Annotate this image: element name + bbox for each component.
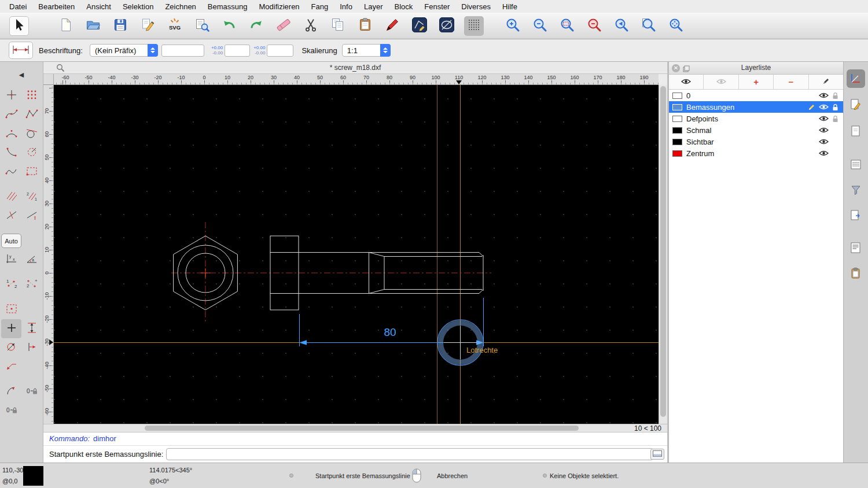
dimension-horizontal-tool[interactable] <box>1 300 21 319</box>
redo-button[interactable] <box>247 16 266 36</box>
dimension-diameter-tool[interactable] <box>1 338 21 357</box>
layer-row[interactable]: Defpoints <box>669 113 843 124</box>
eye-icon[interactable] <box>819 92 829 99</box>
undo-button[interactable] <box>219 16 239 36</box>
command-input[interactable] <box>166 448 653 460</box>
menu-fenster[interactable]: Fenster <box>418 2 455 11</box>
toolbox-collapse-button[interactable]: ◀ <box>12 69 31 80</box>
draw-point-matrix-tool[interactable] <box>21 86 42 105</box>
cut-scissors-button[interactable] <box>301 16 321 36</box>
coordinate-xy-tool[interactable]: yx <box>1 250 21 269</box>
horizontal-scrollbar[interactable]: 10 < 100 <box>43 424 667 432</box>
close-panel-icon[interactable]: ✕ <box>672 64 680 72</box>
eraser-button[interactable] <box>274 16 293 36</box>
eye-icon[interactable] <box>819 138 829 145</box>
detach-panel-icon[interactable] <box>683 64 690 76</box>
scale-dropdown[interactable]: 1:1 <box>342 44 391 57</box>
copy-button[interactable] <box>328 16 348 36</box>
vertical-scrollbar[interactable] <box>659 85 667 424</box>
draw-polyline-tool[interactable] <box>21 105 42 124</box>
panel-layer-list-button[interactable] <box>847 96 865 114</box>
eye-icon[interactable] <box>819 150 829 157</box>
draw-spline-tool[interactable] <box>1 105 21 124</box>
dimension-ordinate-tool[interactable] <box>21 338 42 357</box>
pan-zoom-button[interactable] <box>666 16 686 36</box>
layer-row[interactable]: Schmal <box>669 124 843 136</box>
panel-clipboard-button[interactable] <box>847 265 865 283</box>
draw-circle-tangent-tool[interactable] <box>21 124 42 143</box>
pen-icon[interactable] <box>808 103 815 111</box>
divide-tool[interactable] <box>1 206 21 225</box>
panel-command-line-button[interactable] <box>847 239 865 258</box>
menu-block[interactable]: Block <box>388 2 418 11</box>
draw-ellipse-button[interactable] <box>437 16 457 36</box>
lock-icon[interactable] <box>832 92 838 99</box>
draw-arc-2point-tool[interactable] <box>1 143 21 162</box>
leader-tool[interactable] <box>1 357 21 376</box>
panel-property-editor-button[interactable] <box>847 69 865 88</box>
edit-document-button[interactable] <box>138 16 157 36</box>
eye-icon[interactable] <box>819 103 829 110</box>
print-preview-button[interactable] <box>192 16 212 36</box>
menu-fang[interactable]: Fang <box>306 2 334 11</box>
tolerance-lower-input[interactable] <box>267 45 293 57</box>
grid-toggle-button[interactable] <box>464 16 484 36</box>
label-text-input[interactable] <box>161 45 204 57</box>
open-file-button[interactable] <box>83 16 103 36</box>
eye-icon[interactable] <box>819 115 829 122</box>
zoom-out-button[interactable] <box>530 16 550 36</box>
hatch-tool[interactable] <box>1 187 21 206</box>
menu-info[interactable]: Info <box>334 2 358 11</box>
selection-arrow-button[interactable] <box>9 16 29 36</box>
zoom-in-button[interactable] <box>503 16 523 36</box>
dimension-angular-tool[interactable] <box>1 382 21 401</box>
dimension-vertical-tool[interactable] <box>21 319 42 338</box>
lock-icon[interactable] <box>832 115 838 123</box>
menu-hilfe[interactable]: Hilfe <box>496 2 523 11</box>
draw-freehand-tool[interactable] <box>1 162 21 182</box>
add-layer-button[interactable]: + <box>739 75 774 89</box>
scrollbar-thumb[interactable] <box>145 426 579 431</box>
previous-view-button[interactable] <box>612 16 631 36</box>
show-all-layers-button[interactable] <box>669 75 704 89</box>
draw-arc-tool[interactable] <box>1 124 21 143</box>
panel-selection-filter-button[interactable] <box>847 182 865 200</box>
menu-datei[interactable]: Datei <box>3 2 32 11</box>
menu-diverses[interactable]: Diverses <box>455 2 496 11</box>
edit-layer-button[interactable] <box>809 75 843 89</box>
draw-polyline-button[interactable] <box>410 16 429 36</box>
zoom-selection-button[interactable] <box>584 16 604 36</box>
auto-snap-button[interactable]: Auto <box>1 234 21 248</box>
menu-modifizieren[interactable]: Modifizieren <box>253 2 306 11</box>
menu-bemassung[interactable]: Bemassung <box>202 2 253 11</box>
draw-circle-dashed-tool[interactable] <box>21 143 42 162</box>
layer-row[interactable]: Zentrum <box>669 147 843 159</box>
new-file-button[interactable] <box>56 16 76 36</box>
eye-icon[interactable] <box>819 127 829 134</box>
layer-row[interactable]: Bemassungen <box>669 101 843 113</box>
layer-row[interactable]: Sichtbar <box>669 136 843 147</box>
prefix-dropdown[interactable]: (Kein Präfix) <box>90 44 158 57</box>
menu-selektion[interactable]: Selektion <box>117 2 159 11</box>
panel-view-list-button[interactable] <box>847 156 865 175</box>
menu-layer[interactable]: Layer <box>358 2 389 11</box>
pen-tool-button[interactable] <box>382 16 402 36</box>
scrollbar-thumb[interactable] <box>660 86 666 417</box>
order-second-tool[interactable]: 2+ <box>21 275 42 294</box>
save-file-button[interactable] <box>111 16 130 36</box>
coordinate-polar-tool[interactable]: a <box>21 250 42 269</box>
panel-library-browser-button[interactable] <box>847 207 865 225</box>
remove-layer-button[interactable]: − <box>774 75 808 89</box>
menu-bearbeiten[interactable]: Bearbeiten <box>32 2 80 11</box>
lock-relative-zero-tool[interactable]: 0 <box>21 382 42 401</box>
hatch-order-tool[interactable]: 21 <box>21 187 42 206</box>
dimension-settings-button[interactable] <box>9 42 33 59</box>
draw-rectangle-tool[interactable] <box>21 162 42 182</box>
menu-ansicht[interactable]: Ansicht <box>80 2 117 11</box>
panel-block-list-button[interactable] <box>847 123 865 141</box>
order-first-tool[interactable]: 12 <box>1 275 21 294</box>
add-point-tool[interactable] <box>1 319 21 338</box>
menu-zeichnen[interactable]: Zeichnen <box>159 2 201 11</box>
hide-all-layers-button[interactable] <box>704 75 738 89</box>
drawing-canvas[interactable]: 80 Lotrechte <box>54 85 659 424</box>
